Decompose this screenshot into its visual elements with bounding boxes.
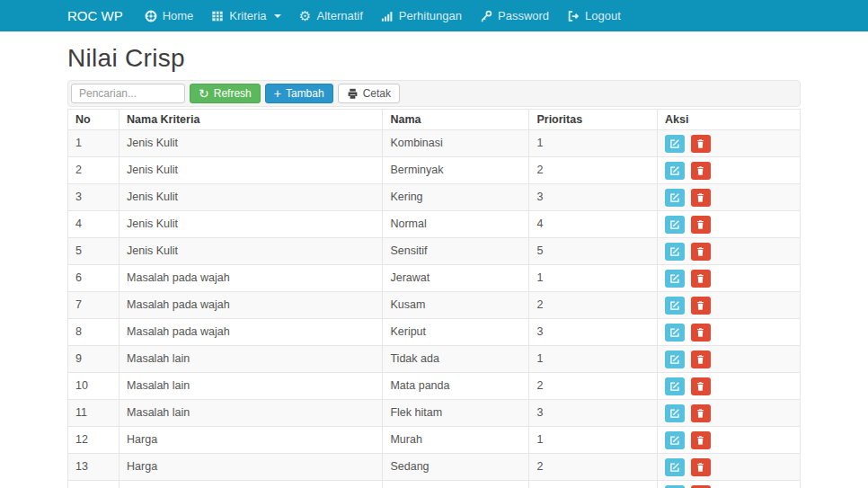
edit-button[interactable] <box>665 458 685 476</box>
cell-nama-kriteria: Masalah pada wajah <box>120 319 383 346</box>
cell-aksi <box>658 157 801 184</box>
edit-button[interactable] <box>665 377 685 395</box>
trash-icon <box>695 219 705 230</box>
table-row: 5 Jenis Kulit Sensitif 5 <box>68 238 801 265</box>
edit-button[interactable] <box>665 350 685 368</box>
edit-button[interactable] <box>665 485 685 488</box>
refresh-button[interactable]: ↻ Refresh <box>190 84 261 103</box>
col-no: No <box>68 110 120 130</box>
nav-item-kriteria[interactable]: Kriteria <box>202 0 289 31</box>
cell-nama: Sedang <box>383 454 529 481</box>
edit-button[interactable] <box>665 297 685 315</box>
table-icon <box>211 10 224 22</box>
nav-item-alternatif[interactable]: ⚙ Alternatif <box>290 0 372 31</box>
edit-button[interactable] <box>665 243 685 261</box>
edit-button[interactable] <box>665 270 685 288</box>
cell-nama: Kombinasi <box>383 130 529 157</box>
edit-icon <box>669 381 680 392</box>
toolbar: ↻ Refresh + Tambah Cetak <box>67 80 801 107</box>
cell-nama-kriteria: Jenis Kulit <box>120 184 383 211</box>
brand[interactable]: ROC WP <box>67 8 123 23</box>
cell-aksi <box>658 481 801 488</box>
cell-no: 4 <box>68 211 120 238</box>
edit-icon <box>669 408 680 419</box>
delete-button[interactable] <box>691 458 711 476</box>
chevron-down-icon <box>274 14 281 18</box>
delete-button[interactable] <box>691 431 711 449</box>
edit-button[interactable] <box>665 324 685 342</box>
trash-icon <box>695 138 705 149</box>
nav-item-perhitungan[interactable]: Perhitungan <box>372 0 471 31</box>
cetak-button[interactable]: Cetak <box>338 84 400 103</box>
cell-nama-kriteria: Masalah pada wajah <box>120 292 383 319</box>
cell-prioritas: 3 <box>529 184 658 211</box>
cell-aksi <box>658 292 801 319</box>
cell-no: 5 <box>68 238 120 265</box>
edit-button[interactable] <box>665 431 685 449</box>
delete-button[interactable] <box>691 270 711 288</box>
edit-button[interactable] <box>665 189 685 207</box>
delete-button[interactable] <box>691 162 711 180</box>
cell-prioritas: 2 <box>529 157 658 184</box>
printer-icon <box>347 88 359 100</box>
nav-item-home[interactable]: Home <box>136 0 203 31</box>
tambah-button[interactable]: + Tambah <box>265 84 333 103</box>
delete-button[interactable] <box>691 404 711 422</box>
cell-no: 1 <box>68 130 120 157</box>
cell-nama: Jerawat <box>383 265 529 292</box>
trash-icon <box>695 354 705 365</box>
search-input[interactable] <box>71 84 185 103</box>
delete-button[interactable] <box>691 216 711 234</box>
cell-prioritas: 3 <box>529 481 658 488</box>
delete-button[interactable] <box>691 243 711 261</box>
cell-no: 10 <box>68 373 120 400</box>
trash-icon <box>695 300 705 311</box>
cell-nama: Keriput <box>383 319 529 346</box>
nav-label: Logout <box>585 9 621 22</box>
page-title: Nilai Crisp <box>67 44 801 73</box>
table-row: 8 Masalah pada wajah Keriput 3 <box>68 319 801 346</box>
col-aksi: Aksi <box>658 110 801 130</box>
cell-no: 9 <box>68 346 120 373</box>
cetak-label: Cetak <box>363 87 391 100</box>
edit-button[interactable] <box>665 162 685 180</box>
edit-button[interactable] <box>665 135 685 153</box>
edit-button[interactable] <box>665 404 685 422</box>
edit-icon <box>669 138 680 149</box>
edit-icon <box>669 435 680 446</box>
cell-nama: Mata panda <box>383 373 529 400</box>
delete-button[interactable] <box>691 324 711 342</box>
nav-item-password[interactable]: Password <box>471 0 558 31</box>
cell-prioritas: 1 <box>529 265 658 292</box>
cell-aksi <box>658 454 801 481</box>
delete-button[interactable] <box>691 377 711 395</box>
cell-prioritas: 3 <box>529 319 658 346</box>
delete-button[interactable] <box>691 135 711 153</box>
table-row: 7 Masalah pada wajah Kusam 2 <box>68 292 801 319</box>
trash-icon <box>695 327 705 338</box>
logout-icon <box>567 10 580 22</box>
cell-aksi <box>658 319 801 346</box>
delete-button[interactable] <box>691 485 711 488</box>
cell-nama: Mahal <box>383 481 529 488</box>
delete-button[interactable] <box>691 297 711 315</box>
cell-aksi <box>658 373 801 400</box>
table-row: 1 Jenis Kulit Kombinasi 1 <box>68 130 801 157</box>
trash-icon <box>695 192 705 203</box>
nav-item-logout[interactable]: Logout <box>558 0 630 31</box>
cell-aksi <box>658 211 801 238</box>
cell-aksi <box>658 238 801 265</box>
cell-aksi <box>658 265 801 292</box>
cell-prioritas: 5 <box>529 238 658 265</box>
cell-prioritas: 3 <box>529 400 658 427</box>
delete-button[interactable] <box>691 350 711 368</box>
edit-button[interactable] <box>665 216 685 234</box>
trash-icon <box>695 273 705 284</box>
table-row: 6 Masalah pada wajah Jerawat 1 <box>68 265 801 292</box>
content: Nilai Crisp ↻ Refresh + Tambah Cetak No … <box>67 44 801 488</box>
cell-prioritas: 2 <box>529 373 658 400</box>
trash-icon <box>695 165 705 176</box>
delete-button[interactable] <box>691 189 711 207</box>
edit-icon <box>669 300 680 311</box>
cell-no: 14 <box>68 481 120 488</box>
